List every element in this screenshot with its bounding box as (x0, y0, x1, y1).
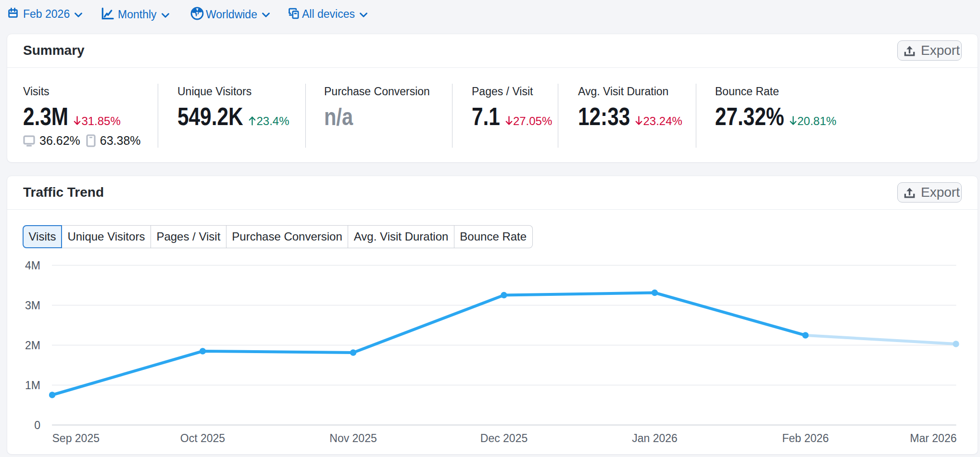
svg-text:Dec 2025: Dec 2025 (480, 432, 528, 444)
svg-text:Sep 2025: Sep 2025 (52, 432, 100, 444)
svg-text:2M: 2M (25, 339, 40, 352)
svg-text:Oct 2025: Oct 2025 (180, 432, 225, 444)
svg-text:0: 0 (34, 419, 40, 432)
svg-text:1M: 1M (25, 379, 40, 392)
svg-text:4M: 4M (25, 260, 40, 272)
svg-text:Feb 2026: Feb 2026 (782, 432, 829, 444)
svg-text:Mar 2026: Mar 2026 (910, 432, 956, 444)
svg-text:3M: 3M (25, 299, 40, 312)
svg-text:Jan 2026: Jan 2026 (632, 432, 678, 444)
svg-text:Nov 2025: Nov 2025 (329, 432, 377, 444)
